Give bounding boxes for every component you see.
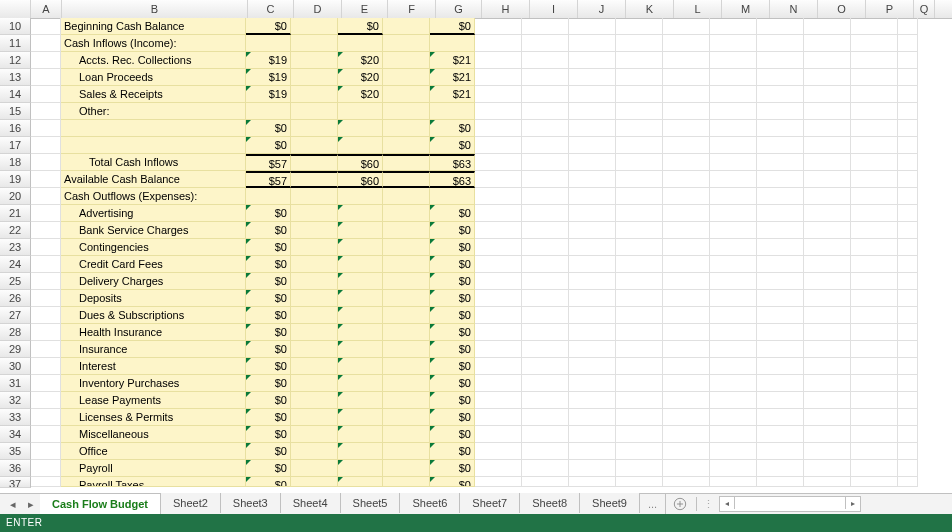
cell-Q24[interactable] — [898, 256, 918, 273]
row-header-19[interactable]: 19 — [0, 171, 31, 188]
cell-P17[interactable] — [851, 137, 898, 154]
cell-Q31[interactable] — [898, 375, 918, 392]
cell-Q29[interactable] — [898, 341, 918, 358]
cell-I19[interactable] — [522, 171, 569, 188]
cell-K27[interactable] — [616, 307, 663, 324]
cell-P15[interactable] — [851, 103, 898, 120]
cell-C10[interactable]: $0 — [246, 18, 291, 35]
cell-C11[interactable] — [246, 35, 291, 52]
cell-C28[interactable]: $0 — [246, 324, 291, 341]
cell-B21[interactable]: Advertising — [61, 205, 246, 222]
cell-D20[interactable] — [291, 188, 338, 205]
cell-N33[interactable] — [757, 409, 804, 426]
cell-P27[interactable] — [851, 307, 898, 324]
cell-O24[interactable] — [804, 256, 851, 273]
cell-N17[interactable] — [757, 137, 804, 154]
cell-E28[interactable] — [338, 324, 383, 341]
cell-L18[interactable] — [663, 154, 710, 171]
cell-J14[interactable] — [569, 86, 616, 103]
cell-E30[interactable] — [338, 358, 383, 375]
cell-I29[interactable] — [522, 341, 569, 358]
cell-E21[interactable] — [338, 205, 383, 222]
cell-F18[interactable] — [383, 154, 430, 171]
tab-more[interactable]: ... — [640, 494, 666, 514]
cell-N32[interactable] — [757, 392, 804, 409]
cell-G16[interactable]: $0 — [430, 120, 475, 137]
cell-H26[interactable] — [475, 290, 522, 307]
col-header-E[interactable]: E — [342, 0, 388, 18]
cell-M24[interactable] — [710, 256, 757, 273]
cell-B17[interactable] — [61, 137, 246, 154]
cell-H16[interactable] — [475, 120, 522, 137]
cell-F23[interactable] — [383, 239, 430, 256]
cell-P18[interactable] — [851, 154, 898, 171]
cell-B28[interactable]: Health Insurance — [61, 324, 246, 341]
cell-K33[interactable] — [616, 409, 663, 426]
cell-C20[interactable] — [246, 188, 291, 205]
cell-H13[interactable] — [475, 69, 522, 86]
cell-A30[interactable] — [31, 358, 61, 375]
row-header-37[interactable]: 37 — [0, 477, 31, 488]
cell-J24[interactable] — [569, 256, 616, 273]
cell-E33[interactable] — [338, 409, 383, 426]
cell-L22[interactable] — [663, 222, 710, 239]
cell-P35[interactable] — [851, 443, 898, 460]
cell-O20[interactable] — [804, 188, 851, 205]
cell-A10[interactable] — [31, 18, 61, 35]
cell-D12[interactable] — [291, 52, 338, 69]
cell-B16[interactable] — [61, 120, 246, 137]
cell-I14[interactable] — [522, 86, 569, 103]
cell-I20[interactable] — [522, 188, 569, 205]
cell-B33[interactable]: Licenses & Permits — [61, 409, 246, 426]
cell-N36[interactable] — [757, 460, 804, 477]
cell-D10[interactable] — [291, 18, 338, 35]
cell-H15[interactable] — [475, 103, 522, 120]
cell-E32[interactable] — [338, 392, 383, 409]
cell-K37[interactable] — [616, 477, 663, 487]
cell-G17[interactable]: $0 — [430, 137, 475, 154]
cell-G32[interactable]: $0 — [430, 392, 475, 409]
cell-G35[interactable]: $0 — [430, 443, 475, 460]
col-header-G[interactable]: G — [436, 0, 482, 18]
cell-G19[interactable]: $63 — [430, 171, 475, 188]
cell-O19[interactable] — [804, 171, 851, 188]
cell-H23[interactable] — [475, 239, 522, 256]
cell-E23[interactable] — [338, 239, 383, 256]
cell-C23[interactable]: $0 — [246, 239, 291, 256]
cell-A16[interactable] — [31, 120, 61, 137]
row-header-31[interactable]: 31 — [0, 375, 31, 392]
cell-J32[interactable] — [569, 392, 616, 409]
row-header-11[interactable]: 11 — [0, 35, 31, 52]
cell-B29[interactable]: Insurance — [61, 341, 246, 358]
cell-A32[interactable] — [31, 392, 61, 409]
cell-Q35[interactable] — [898, 443, 918, 460]
col-header-M[interactable]: M — [722, 0, 770, 18]
cell-N37[interactable] — [757, 477, 804, 487]
cell-E11[interactable] — [338, 35, 383, 52]
cell-O14[interactable] — [804, 86, 851, 103]
cell-E18[interactable]: $60 — [338, 154, 383, 171]
cell-M25[interactable] — [710, 273, 757, 290]
cell-L11[interactable] — [663, 35, 710, 52]
cell-I18[interactable] — [522, 154, 569, 171]
cell-O18[interactable] — [804, 154, 851, 171]
cell-L25[interactable] — [663, 273, 710, 290]
cell-M15[interactable] — [710, 103, 757, 120]
cell-P31[interactable] — [851, 375, 898, 392]
cell-C33[interactable]: $0 — [246, 409, 291, 426]
row-header-24[interactable]: 24 — [0, 256, 31, 273]
cell-P29[interactable] — [851, 341, 898, 358]
cell-H14[interactable] — [475, 86, 522, 103]
cell-K31[interactable] — [616, 375, 663, 392]
cell-I34[interactable] — [522, 426, 569, 443]
col-header-J[interactable]: J — [578, 0, 626, 18]
cell-N31[interactable] — [757, 375, 804, 392]
row-header-21[interactable]: 21 — [0, 205, 31, 222]
cell-B13[interactable]: Loan Proceeds — [61, 69, 246, 86]
cell-Q13[interactable] — [898, 69, 918, 86]
cell-A23[interactable] — [31, 239, 61, 256]
cell-K29[interactable] — [616, 341, 663, 358]
cell-D22[interactable] — [291, 222, 338, 239]
cell-N35[interactable] — [757, 443, 804, 460]
cell-P36[interactable] — [851, 460, 898, 477]
